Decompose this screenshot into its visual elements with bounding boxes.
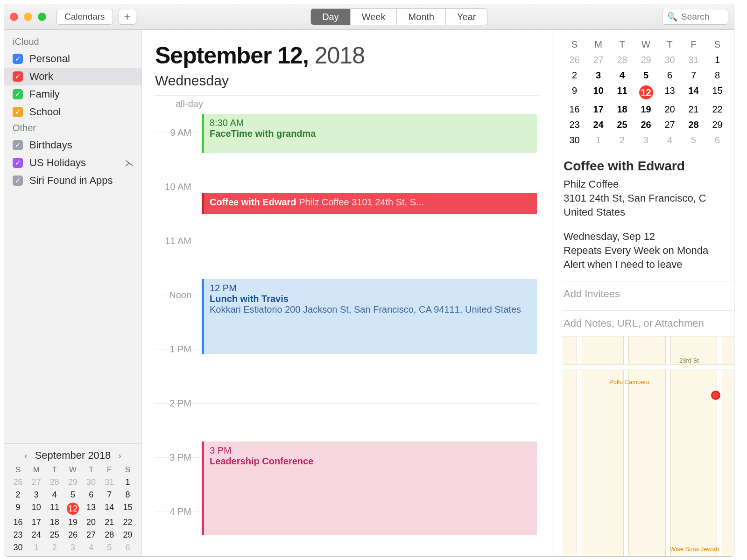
cal-day[interactable]: 4 <box>45 490 63 500</box>
cal-day[interactable]: 23 <box>9 530 27 540</box>
event-block[interactable]: Coffee with Edward Philz Coffee 3101 24t… <box>202 193 537 214</box>
cal-day[interactable]: 3 <box>27 490 45 500</box>
cal-day[interactable]: 6 <box>705 135 729 146</box>
checkbox-icon[interactable]: ✓ <box>13 140 23 150</box>
cal-day[interactable]: 16 <box>563 104 586 115</box>
cal-day[interactable]: 3 <box>634 135 658 146</box>
cal-day[interactable]: 22 <box>705 104 729 115</box>
cal-day[interactable]: 22 <box>119 518 137 527</box>
cal-day[interactable]: 11 <box>45 503 63 515</box>
cal-day[interactable]: 1 <box>705 55 729 65</box>
cal-day[interactable]: 30 <box>563 135 586 146</box>
add-event-button[interactable]: + <box>119 9 136 25</box>
sidebar-item-family[interactable]: ✓Family <box>4 85 141 103</box>
cal-day[interactable]: 17 <box>27 518 45 527</box>
cal-day[interactable]: 2 <box>45 543 63 553</box>
cal-day[interactable]: 29 <box>705 119 729 130</box>
minimize-icon[interactable] <box>24 13 32 21</box>
cal-day[interactable]: 10 <box>586 85 610 99</box>
cal-day[interactable]: 5 <box>100 543 119 553</box>
search-field[interactable]: 🔍 <box>662 9 728 25</box>
cal-day[interactable]: 27 <box>27 477 45 487</box>
add-invitees-field[interactable]: Add Invitees <box>564 288 733 300</box>
event-alert[interactable]: Alert when I need to leave <box>564 259 733 271</box>
cal-day[interactable]: 9 <box>563 85 586 99</box>
close-icon[interactable] <box>10 13 18 21</box>
cal-day[interactable]: 19 <box>63 518 82 527</box>
event-repeat[interactable]: Repeats Every Week on Monda <box>564 245 733 257</box>
cal-day[interactable]: 26 <box>9 477 27 487</box>
sidebar-item-birthdays[interactable]: ✓Birthdays <box>4 136 141 154</box>
event-block[interactable]: 12 PMLunch with TravisKokkari Estiatorio… <box>202 279 537 354</box>
cal-day[interactable]: 1 <box>27 543 45 553</box>
cal-day[interactable]: 27 <box>658 119 682 130</box>
cal-day[interactable]: 8 <box>705 70 729 81</box>
cal-day[interactable]: 11 <box>610 85 634 99</box>
inspector-calendar[interactable]: SMTWTFS262728293031123456789101112131415… <box>563 39 734 146</box>
cal-day[interactable]: 8 <box>119 490 137 500</box>
tab-week[interactable]: Week <box>351 9 397 25</box>
checkbox-icon[interactable]: ✓ <box>13 89 23 99</box>
cal-day[interactable]: 15 <box>705 85 729 99</box>
cal-day[interactable]: 24 <box>27 530 45 540</box>
cal-day[interactable]: 2 <box>610 135 634 146</box>
cal-day[interactable]: 28 <box>45 477 63 487</box>
cal-day[interactable]: 31 <box>100 477 119 487</box>
tab-day[interactable]: Day <box>311 9 351 25</box>
sidebar-item-school[interactable]: ✓School <box>4 103 141 121</box>
cal-day[interactable]: 26 <box>634 119 658 130</box>
cal-day[interactable]: 12 <box>639 85 653 99</box>
cal-day[interactable]: 13 <box>82 503 100 515</box>
cal-day[interactable]: 29 <box>63 477 82 487</box>
cal-day[interactable]: 7 <box>682 70 705 81</box>
cal-day[interactable]: 7 <box>100 490 119 500</box>
cal-day[interactable]: 27 <box>82 530 100 540</box>
cal-day[interactable]: 29 <box>634 55 658 65</box>
cal-day[interactable]: 14 <box>100 503 119 515</box>
sidebar-item-siri-found-in-apps[interactable]: ✓Siri Found in Apps <box>4 172 141 189</box>
cal-day[interactable]: 28 <box>100 530 119 540</box>
sidebar-item-us-holidays[interactable]: ✓US Holidays⋋ <box>4 154 141 172</box>
cal-day[interactable]: 18 <box>45 518 63 527</box>
cal-day[interactable]: 30 <box>658 55 682 65</box>
cal-day[interactable]: 29 <box>119 530 137 540</box>
checkbox-icon[interactable]: ✓ <box>13 107 23 117</box>
cal-day[interactable]: 4 <box>658 135 682 146</box>
cal-day[interactable]: 20 <box>82 518 100 527</box>
prev-month-button[interactable]: ‹ <box>24 450 28 461</box>
event-location[interactable]: Philz Coffee <box>564 178 733 190</box>
cal-day[interactable]: 4 <box>610 70 634 81</box>
cal-day[interactable]: 18 <box>610 104 634 115</box>
cal-day[interactable]: 13 <box>658 85 682 99</box>
cal-day[interactable]: 28 <box>610 55 634 65</box>
cal-day[interactable]: 19 <box>634 104 658 115</box>
cal-day[interactable]: 10 <box>27 503 45 515</box>
zoom-icon[interactable] <box>38 13 46 21</box>
cal-day[interactable]: 1 <box>119 477 137 487</box>
event-block[interactable]: 8:30 AMFaceTime with grandma <box>202 114 537 153</box>
event-block[interactable]: 3 PMLeadership Conference <box>202 441 537 535</box>
calendars-button[interactable]: Calendars <box>56 9 113 25</box>
sidebar-item-work[interactable]: ✓Work <box>4 68 141 85</box>
cal-day[interactable]: 5 <box>682 135 705 146</box>
cal-day[interactable]: 2 <box>563 70 586 81</box>
cal-day[interactable]: 25 <box>610 119 634 130</box>
tab-month[interactable]: Month <box>397 9 446 25</box>
next-month-button[interactable]: › <box>118 450 121 461</box>
mini-cal-grid[interactable]: SMTWTFS262728293031123456789101112131415… <box>9 465 137 553</box>
cal-day[interactable]: 30 <box>9 543 27 553</box>
cal-day[interactable]: 1 <box>586 135 610 146</box>
cal-day[interactable]: 5 <box>63 490 82 500</box>
cal-day[interactable]: 5 <box>634 70 658 81</box>
cal-day[interactable]: 15 <box>119 503 137 515</box>
checkbox-icon[interactable]: ✓ <box>13 158 23 168</box>
event-title[interactable]: Coffee with Edward <box>564 159 733 174</box>
cal-day[interactable]: 21 <box>100 518 119 527</box>
time-grid[interactable]: 9 AM10 AM11 AMNoon1 PM2 PM3 PM4 PM8:30 A… <box>155 114 539 556</box>
cal-day[interactable]: 6 <box>658 70 682 81</box>
cal-day[interactable]: 28 <box>682 119 705 130</box>
search-input[interactable] <box>681 12 723 22</box>
checkbox-icon[interactable]: ✓ <box>13 54 23 64</box>
cal-day[interactable]: 2 <box>9 490 27 500</box>
checkbox-icon[interactable]: ✓ <box>13 175 23 186</box>
